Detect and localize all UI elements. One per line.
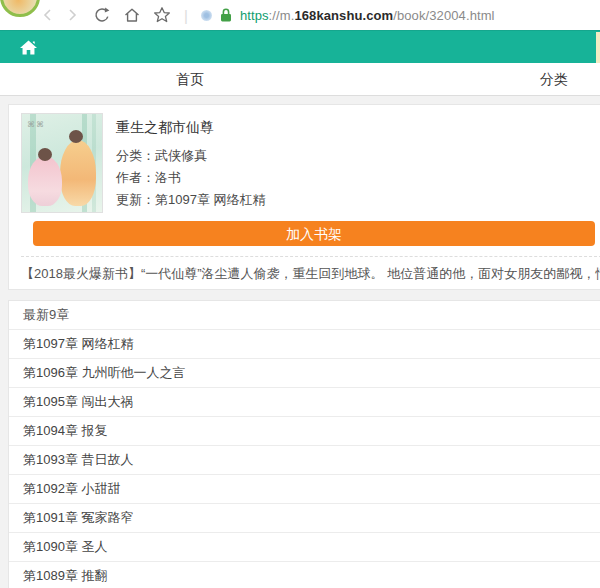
address-bar-url[interactable]: https://m.168kanshu.com/book/32004.html <box>240 8 495 23</box>
cover-art-figure <box>28 156 62 206</box>
book-latest-update: 更新：第1097章 网络杠精 <box>116 189 266 211</box>
chapter-link[interactable]: 第1091章 冤家路窄 <box>9 503 600 532</box>
profile-avatar[interactable] <box>0 0 40 17</box>
chapter-link[interactable]: 第1092章 小甜甜 <box>9 474 600 503</box>
site-permission-icon[interactable] <box>201 10 212 21</box>
toolbar-divider: | <box>184 7 188 24</box>
refresh-icon[interactable] <box>93 6 111 24</box>
nav-item-category[interactable]: 分类 <box>540 63 568 95</box>
chapter-link[interactable]: 第1096章 九州听他一人之言 <box>9 358 600 387</box>
site-header <box>0 30 600 63</box>
add-to-shelf-button[interactable]: 加入书架 <box>33 221 595 246</box>
latest-chapters-card: 最新9章 第1097章 网络杠精 第1096章 九州听他一人之言 第1095章 … <box>8 300 600 588</box>
chapter-link[interactable]: 第1093章 昔日故人 <box>9 445 600 474</box>
nav-bar: 首页 分类 <box>0 63 600 96</box>
chapters-section-title: 最新9章 <box>9 301 600 329</box>
offscreen-element-strip <box>596 32 600 63</box>
forward-icon[interactable] <box>64 7 80 23</box>
url-subdomain: m. <box>280 8 295 23</box>
book-info-card: ⌘⌘ 重生之都市仙尊 分类：武侠修真 作者：洛书 更新：第1097章 网络杠精 … <box>8 104 600 290</box>
nav-item-home[interactable]: 首页 <box>176 63 204 95</box>
cover-art-figure <box>69 130 83 143</box>
bookmark-star-icon[interactable] <box>153 6 171 24</box>
cover-art-figure <box>38 148 52 161</box>
browser-toolbar: | https://m.168kanshu.com/book/32004.htm… <box>0 0 600 30</box>
url-scheme: https <box>240 8 269 23</box>
back-icon[interactable] <box>40 7 56 23</box>
cover-art-figure <box>60 140 96 206</box>
chapter-link[interactable]: 第1097章 网络杠精 <box>9 329 600 358</box>
url-separator: :// <box>269 8 280 23</box>
chapter-link[interactable]: 第1090章 圣人 <box>9 532 600 561</box>
chapter-link[interactable]: 第1094章 报复 <box>9 416 600 445</box>
book-author: 作者：洛书 <box>116 167 266 189</box>
description-divider <box>21 256 600 257</box>
cover-watermark: ⌘⌘ <box>27 120 45 129</box>
book-title: 重生之都市仙尊 <box>116 119 266 137</box>
chapter-link[interactable]: 第1089章 推翻 <box>9 561 600 588</box>
book-description: 【2018最火爆新书】“一代仙尊”洛尘遭人偷袭，重生回到地球。 地位普通的他，面… <box>21 264 600 283</box>
book-cover[interactable]: ⌘⌘ <box>21 113 103 213</box>
chapter-link[interactable]: 第1095章 闯出大祸 <box>9 387 600 416</box>
ssl-lock-icon[interactable] <box>219 7 233 23</box>
book-category: 分类：武侠修真 <box>116 145 266 167</box>
url-path: /book/32004.html <box>393 8 494 23</box>
site-home-icon[interactable] <box>19 39 38 56</box>
browser-home-icon[interactable] <box>123 6 141 24</box>
url-domain: 168kanshu.com <box>294 8 393 23</box>
